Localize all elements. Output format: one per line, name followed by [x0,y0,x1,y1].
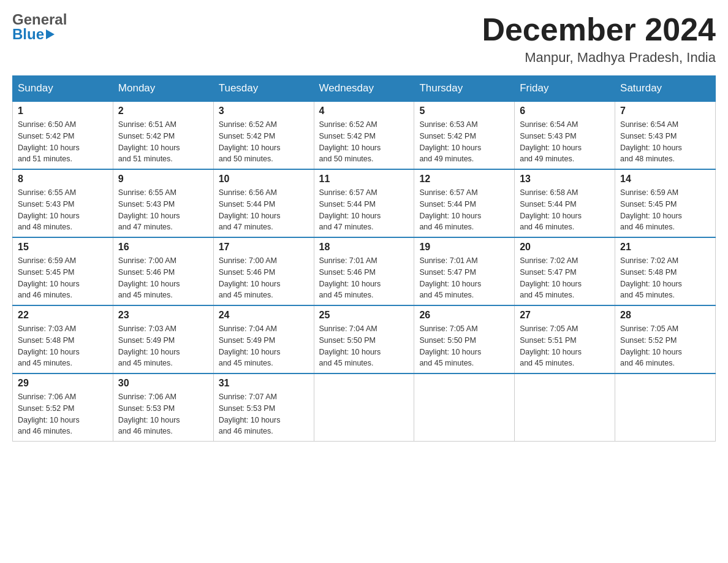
day-info: Sunrise: 6:55 AM Sunset: 5:43 PM Dayligh… [118,187,208,233]
day-number: 5 [419,105,509,117]
calendar-cell: 1 Sunrise: 6:50 AM Sunset: 5:42 PM Dayli… [13,101,113,169]
day-number: 20 [520,242,610,253]
day-number: 19 [419,242,509,253]
calendar-cell [515,373,615,442]
day-info: Sunrise: 6:57 AM Sunset: 5:44 PM Dayligh… [319,187,409,233]
logo: General Blue [12,12,67,42]
calendar-cell: 18 Sunrise: 7:01 AM Sunset: 5:46 PM Dayl… [314,237,414,305]
calendar-cell: 26 Sunrise: 7:05 AM Sunset: 5:50 PM Dayl… [414,305,515,373]
day-number: 2 [118,105,208,117]
day-info: Sunrise: 6:50 AM Sunset: 5:42 PM Dayligh… [18,119,108,165]
day-number: 25 [319,310,409,321]
weekday-header-row: Sunday Monday Tuesday Wednesday Thursday… [13,76,716,102]
day-info: Sunrise: 7:07 AM Sunset: 5:53 PM Dayligh… [219,391,309,437]
day-number: 13 [520,174,610,185]
day-number: 14 [620,174,710,185]
day-info: Sunrise: 7:01 AM Sunset: 5:47 PM Dayligh… [419,255,509,301]
day-number: 27 [520,310,610,321]
calendar-cell: 23 Sunrise: 7:03 AM Sunset: 5:49 PM Dayl… [113,305,213,373]
week-row-4: 22 Sunrise: 7:03 AM Sunset: 5:48 PM Dayl… [13,305,716,373]
header-tuesday: Tuesday [213,76,314,102]
logo-block: General Blue [12,12,67,42]
day-number: 9 [118,174,208,185]
location-subtitle: Manpur, Madhya Pradesh, India [482,50,716,66]
calendar-cell: 29 Sunrise: 7:06 AM Sunset: 5:52 PM Dayl… [13,373,113,442]
day-info: Sunrise: 7:00 AM Sunset: 5:46 PM Dayligh… [118,255,208,301]
calendar-cell: 30 Sunrise: 7:06 AM Sunset: 5:53 PM Dayl… [113,373,213,442]
calendar-cell: 24 Sunrise: 7:04 AM Sunset: 5:49 PM Dayl… [213,305,314,373]
calendar-cell: 13 Sunrise: 6:58 AM Sunset: 5:44 PM Dayl… [515,169,615,237]
header-saturday: Saturday [615,76,716,102]
week-row-5: 29 Sunrise: 7:06 AM Sunset: 5:52 PM Dayl… [13,373,716,442]
day-info: Sunrise: 6:56 AM Sunset: 5:44 PM Dayligh… [219,187,309,233]
header-sunday: Sunday [13,76,113,102]
day-info: Sunrise: 7:03 AM Sunset: 5:48 PM Dayligh… [18,323,108,369]
week-row-2: 8 Sunrise: 6:55 AM Sunset: 5:43 PM Dayli… [13,169,716,237]
day-info: Sunrise: 6:52 AM Sunset: 5:42 PM Dayligh… [319,119,409,165]
day-number: 10 [219,174,309,185]
day-info: Sunrise: 6:58 AM Sunset: 5:44 PM Dayligh… [520,187,610,233]
calendar-cell: 19 Sunrise: 7:01 AM Sunset: 5:47 PM Dayl… [414,237,515,305]
calendar-cell: 20 Sunrise: 7:02 AM Sunset: 5:47 PM Dayl… [515,237,615,305]
day-info: Sunrise: 6:59 AM Sunset: 5:45 PM Dayligh… [18,255,108,301]
day-number: 31 [219,378,309,389]
day-number: 15 [18,242,108,253]
calendar-cell [414,373,515,442]
calendar-cell: 27 Sunrise: 7:05 AM Sunset: 5:51 PM Dayl… [515,305,615,373]
day-info: Sunrise: 6:54 AM Sunset: 5:43 PM Dayligh… [520,119,610,165]
day-info: Sunrise: 7:05 AM Sunset: 5:51 PM Dayligh… [520,323,610,369]
day-info: Sunrise: 7:02 AM Sunset: 5:48 PM Dayligh… [620,255,710,301]
day-info: Sunrise: 7:06 AM Sunset: 5:53 PM Dayligh… [118,391,208,437]
calendar-cell [314,373,414,442]
day-info: Sunrise: 7:01 AM Sunset: 5:46 PM Dayligh… [319,255,409,301]
day-number: 30 [118,378,208,389]
header-friday: Friday [515,76,615,102]
day-info: Sunrise: 7:02 AM Sunset: 5:47 PM Dayligh… [520,255,610,301]
day-info: Sunrise: 7:06 AM Sunset: 5:52 PM Dayligh… [18,391,108,437]
day-number: 6 [520,105,610,117]
week-row-3: 15 Sunrise: 6:59 AM Sunset: 5:45 PM Dayl… [13,237,716,305]
day-info: Sunrise: 6:57 AM Sunset: 5:44 PM Dayligh… [419,187,509,233]
day-number: 23 [118,310,208,321]
logo-arrow-icon [46,29,55,39]
day-number: 11 [319,174,409,185]
calendar-cell: 9 Sunrise: 6:55 AM Sunset: 5:43 PM Dayli… [113,169,213,237]
day-number: 4 [319,105,409,117]
day-info: Sunrise: 7:03 AM Sunset: 5:49 PM Dayligh… [118,323,208,369]
calendar-cell: 25 Sunrise: 7:04 AM Sunset: 5:50 PM Dayl… [314,305,414,373]
day-info: Sunrise: 7:04 AM Sunset: 5:50 PM Dayligh… [319,323,409,369]
calendar-cell: 14 Sunrise: 6:59 AM Sunset: 5:45 PM Dayl… [615,169,716,237]
calendar-cell: 12 Sunrise: 6:57 AM Sunset: 5:44 PM Dayl… [414,169,515,237]
calendar-cell: 31 Sunrise: 7:07 AM Sunset: 5:53 PM Dayl… [213,373,314,442]
day-info: Sunrise: 6:54 AM Sunset: 5:43 PM Dayligh… [620,119,710,165]
day-number: 22 [18,310,108,321]
day-number: 21 [620,242,710,253]
day-info: Sunrise: 6:59 AM Sunset: 5:45 PM Dayligh… [620,187,710,233]
day-number: 17 [219,242,309,253]
calendar-cell: 28 Sunrise: 7:05 AM Sunset: 5:52 PM Dayl… [615,305,716,373]
calendar-cell: 6 Sunrise: 6:54 AM Sunset: 5:43 PM Dayli… [515,101,615,169]
calendar-cell: 3 Sunrise: 6:52 AM Sunset: 5:42 PM Dayli… [213,101,314,169]
header-monday: Monday [113,76,213,102]
calendar-cell: 16 Sunrise: 7:00 AM Sunset: 5:46 PM Dayl… [113,237,213,305]
day-info: Sunrise: 7:05 AM Sunset: 5:50 PM Dayligh… [419,323,509,369]
day-number: 16 [118,242,208,253]
calendar-cell: 11 Sunrise: 6:57 AM Sunset: 5:44 PM Dayl… [314,169,414,237]
calendar-cell: 2 Sunrise: 6:51 AM Sunset: 5:42 PM Dayli… [113,101,213,169]
day-info: Sunrise: 6:55 AM Sunset: 5:43 PM Dayligh… [18,187,108,233]
day-number: 8 [18,174,108,185]
logo-blue-text: Blue [12,27,44,42]
logo-line1: General [12,12,67,27]
day-info: Sunrise: 7:05 AM Sunset: 5:52 PM Dayligh… [620,323,710,369]
calendar-cell: 21 Sunrise: 7:02 AM Sunset: 5:48 PM Dayl… [615,237,716,305]
title-area: December 2024 Manpur, Madhya Pradesh, In… [482,12,716,66]
calendar-cell: 15 Sunrise: 6:59 AM Sunset: 5:45 PM Dayl… [13,237,113,305]
day-number: 29 [18,378,108,389]
calendar-cell: 4 Sunrise: 6:52 AM Sunset: 5:42 PM Dayli… [314,101,414,169]
day-number: 1 [18,105,108,117]
day-number: 18 [319,242,409,253]
day-info: Sunrise: 6:52 AM Sunset: 5:42 PM Dayligh… [219,119,309,165]
day-info: Sunrise: 7:04 AM Sunset: 5:49 PM Dayligh… [219,323,309,369]
day-number: 12 [419,174,509,185]
header-thursday: Thursday [414,76,515,102]
